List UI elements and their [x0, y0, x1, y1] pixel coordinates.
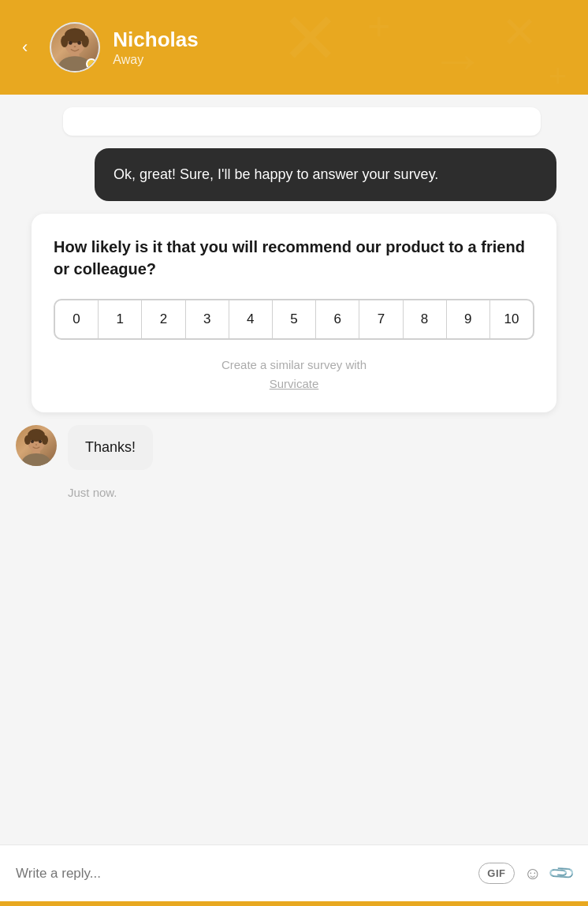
svg-point-10: [82, 35, 89, 47]
svg-point-18: [24, 435, 31, 445]
nps-cell-5[interactable]: 5: [273, 300, 316, 338]
avatar: [50, 22, 100, 73]
nps-cell-4[interactable]: 4: [229, 300, 273, 338]
svg-point-9: [61, 35, 69, 47]
svg-point-11: [69, 41, 73, 45]
input-bar: GIF ☺ 📎: [0, 844, 588, 901]
reply-input[interactable]: [16, 863, 469, 885]
svg-text:✕: ✕: [281, 0, 340, 78]
status-indicator: [86, 58, 97, 69]
nps-cell-8[interactable]: 8: [404, 300, 447, 338]
nps-cell-0[interactable]: 0: [55, 300, 99, 338]
gif-button[interactable]: GIF: [478, 863, 514, 884]
nps-cell-2[interactable]: 2: [142, 300, 185, 338]
previous-message-snippet: [63, 107, 541, 136]
survey-footer: Create a similar survey with Survicate: [54, 356, 534, 393]
message-timestamp: Just now.: [68, 486, 572, 499]
svg-point-19: [42, 435, 48, 445]
nps-scale[interactable]: 0 1 2 3 4 5 6 7 8 9 10: [54, 299, 534, 340]
header: ✕ + → ✕ + ‹: [0, 0, 588, 95]
nps-cell-9[interactable]: 9: [447, 300, 490, 338]
svg-text:✕: ✕: [501, 8, 538, 57]
user-message-bubble: Thanks!: [68, 425, 153, 470]
chat-area: Ok, great! Sure, I'll be happy to answer…: [0, 95, 588, 844]
attachment-icon[interactable]: 📎: [547, 859, 576, 888]
back-button[interactable]: ‹: [16, 31, 34, 64]
svg-point-21: [39, 440, 42, 443]
contact-name: Nicholas: [113, 28, 198, 52]
nps-cell-6[interactable]: 6: [316, 300, 359, 338]
svg-point-22: [35, 444, 37, 446]
nps-cell-7[interactable]: 7: [359, 300, 403, 338]
header-info: Nicholas Away: [113, 28, 198, 66]
bottom-accent-bar: [0, 901, 588, 906]
svg-point-16: [22, 453, 50, 466]
bot-message-bubble: Ok, great! Sure, I'll be happy to answer…: [95, 148, 556, 201]
nps-cell-1[interactable]: 1: [99, 300, 142, 338]
svg-text:+: +: [367, 4, 390, 48]
svg-point-20: [31, 440, 34, 443]
user-message-row: Thanks!: [16, 425, 572, 470]
nps-cell-10[interactable]: 10: [490, 300, 533, 338]
svg-point-12: [78, 41, 82, 45]
svg-text:+: +: [549, 58, 567, 93]
emoji-button[interactable]: ☺: [524, 863, 541, 884]
survicate-link[interactable]: Survicate: [270, 377, 319, 390]
contact-status: Away: [113, 53, 198, 67]
user-avatar: [16, 425, 57, 466]
survey-footer-text: Create a similar survey with: [221, 358, 367, 371]
svg-point-13: [74, 46, 76, 47]
svg-text:→: →: [430, 29, 486, 91]
nps-cell-3[interactable]: 3: [186, 300, 229, 338]
survey-card: How likely is it that you will recommend…: [32, 214, 556, 412]
survey-question: How likely is it that you will recommend…: [54, 236, 534, 280]
